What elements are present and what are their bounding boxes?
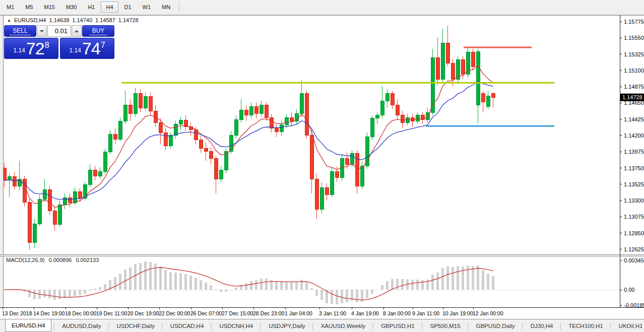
macd-bar [366,290,368,298]
macd-bar [245,283,247,290]
macd-bar [215,289,217,290]
macd-bar [290,282,293,290]
macd-bar [174,273,177,290]
macd-bar [235,288,237,290]
timeframe-button-mn[interactable]: MN [157,2,175,13]
macd-bar [295,282,298,290]
macd-bar [280,282,283,290]
macd-bar [164,270,167,290]
candle [38,195,41,226]
volume-increase-button[interactable] [72,25,82,37]
ohlc-low: 1.14587 [95,17,115,23]
macd-bar [179,273,182,290]
tab-separator: │ [521,319,525,332]
timeframe-button-h4[interactable]: H4 [101,2,118,13]
macd-bar [114,277,116,290]
price-tick-label: 1.13075 [624,214,644,220]
svg-text:1.14728: 1.14728 [622,94,642,100]
chart-tab-xauusd-weekly[interactable]: XAUUSD,Weekly [315,319,372,332]
chart-canvas[interactable]: 1.157751.155501.153251.151001.148751.146… [0,14,644,319]
macd-tick-label: 0.003452 [624,257,644,263]
chart-tab-audusd-daily[interactable]: AUDUSD,Daily [56,319,107,332]
chart-tab-bar: EURUSD,H4│AUDUSD,Daily│USDCHF,Daily│USDC… [0,319,644,332]
buy-price-prefix: 1.14 [69,47,81,54]
candle [224,149,228,173]
buy-price-button[interactable]: 1.14 74 7 [60,38,114,59]
macd-bar [144,261,147,290]
macd-bar [200,280,202,290]
tab-separator: │ [467,319,470,332]
macd-bar [104,284,106,290]
macd-bar [210,285,212,290]
chart-tab-usdcad-h4[interactable]: USDCAD,H4 [164,319,210,332]
macd-bar [159,267,162,290]
macd-bar [89,290,91,291]
price-axis: 1.157751.155501.153251.151001.148751.146… [620,19,644,252]
volume-input[interactable] [47,25,71,37]
time-tick-label: 20 Dec 19:00 [127,310,159,316]
buy-button[interactable]: BUY [82,25,114,37]
macd-bar [376,290,378,290]
macd-bar [487,274,489,290]
macd-bar [472,266,474,290]
time-tick-label: 13 Dec 2018 [2,310,32,316]
candle [330,167,334,197]
timeframe-button-h1[interactable]: H1 [83,2,100,13]
price-tick-label: 1.13750 [624,165,644,171]
macd-bar [310,288,313,290]
macd-bar [285,282,288,290]
macd-bar [69,290,71,298]
macd-bar [134,264,137,290]
collapse-triangle-icon[interactable]: ▲ [7,18,11,23]
sell-button[interactable]: SELL [4,25,36,37]
chart-tab-ukoil-h1[interactable]: UKOil,H1 [613,319,644,332]
macd-bar [446,267,449,290]
macd-bar [265,279,268,290]
macd-bar [119,274,121,290]
chart-tab-dj30-h4[interactable]: DJ30,H4 [525,319,559,332]
time-tick-label: 18 Dec 00:00 [65,310,97,316]
tab-separator: │ [371,319,375,332]
volume-decrease-button[interactable] [37,25,47,37]
macd-bar [195,278,197,290]
chart-tab-usdcnh-h4[interactable]: USDCNH,H4 [213,319,259,332]
macd-bar [492,276,494,290]
timeframe-button-m15[interactable]: M15 [39,2,60,13]
time-tick-label: 10 Jan 19:00 [442,310,473,316]
macd-bar [381,285,383,290]
macd-bar [391,279,394,290]
macd-bar [184,274,187,290]
chart-tab-usdjpy-daily[interactable]: USDJPY,Daily [263,319,311,332]
timeframe-button-w1[interactable]: W1 [138,2,156,13]
tab-separator: │ [609,319,613,332]
chart-tab-sp500-m15[interactable]: SP500,M15 [424,319,467,332]
candle [103,149,107,175]
candle [23,176,26,206]
price-tick-label: 1.13525 [624,181,644,187]
sell-price-button[interactable]: 1.14 72 8 [4,38,58,59]
macd-bar [441,268,444,290]
timeframe-button-m5[interactable]: M5 [20,2,38,13]
macd-bar [467,265,469,290]
price-tick-label: 1.15775 [624,19,644,25]
sell-price-point: 8 [45,41,49,50]
macd-bar [457,266,459,290]
macd-bar [341,290,343,303]
chart-tab-gbpusd-daily[interactable]: GBPUSD,Daily [470,319,521,332]
price-tick-label: 1.13975 [624,149,644,155]
macd-bar [421,280,424,290]
timeframe-button-d1[interactable]: D1 [119,2,137,13]
timeframe-button-m30[interactable]: M30 [61,2,82,13]
tab-separator: │ [161,319,164,332]
chart-tab-usdchf-daily[interactable]: USDCHF,Daily [111,319,161,332]
macd-bar [320,290,323,300]
chart-tab-tech100-h1[interactable]: TECH100,H1 [562,319,609,332]
timeframe-toolbar: M1M5M15M30H1H4D1W1MN [0,0,644,15]
timeframe-button-m1[interactable]: M1 [2,2,19,13]
ohlc-open: 1.14638 [49,17,70,23]
time-tick-label: 8 Jan 00:00 [383,310,411,316]
tab-separator: │ [421,319,424,332]
chart-tab-gbpusd-h1[interactable]: GBPUSD,H1 [375,319,420,332]
tab-separator: │ [210,319,213,332]
chart-tab-eurusd-h4[interactable]: EURUSD,H4 [5,319,51,332]
